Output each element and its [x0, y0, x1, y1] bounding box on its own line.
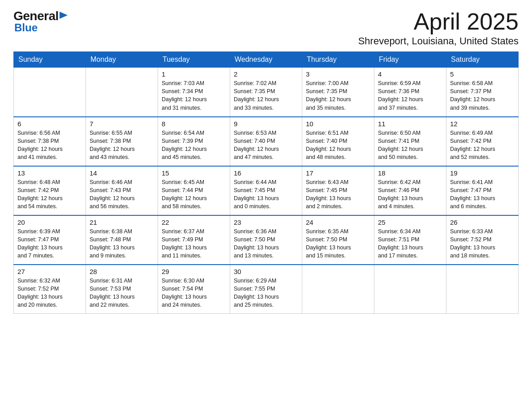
day-number: 29: [162, 268, 226, 275]
day-info: Sunrise: 7:00 AM Sunset: 7:35 PM Dayligh…: [306, 79, 370, 112]
day-number: 27: [17, 268, 82, 275]
day-info: Sunrise: 6:31 AM Sunset: 7:53 PM Dayligh…: [90, 277, 154, 309]
calendar-day-cell: 4Sunrise: 6:59 AM Sunset: 7:36 PM Daylig…: [374, 68, 446, 117]
calendar-day-cell: 24Sunrise: 6:35 AM Sunset: 7:50 PM Dayli…: [302, 215, 374, 265]
calendar-day-cell: 12Sunrise: 6:49 AM Sunset: 7:42 PM Dayli…: [446, 117, 519, 166]
calendar-day-cell: 14Sunrise: 6:46 AM Sunset: 7:43 PM Dayli…: [86, 166, 158, 215]
calendar-day-cell: 5Sunrise: 6:58 AM Sunset: 7:37 PM Daylig…: [446, 68, 519, 117]
day-number: 6: [17, 120, 82, 128]
calendar-day-cell: 29Sunrise: 6:30 AM Sunset: 7:54 PM Dayli…: [158, 265, 230, 314]
calendar-empty-cell: [86, 68, 158, 117]
day-info: Sunrise: 6:45 AM Sunset: 7:44 PM Dayligh…: [162, 178, 226, 211]
location-subtitle: Shreveport, Louisiana, United States: [358, 35, 519, 47]
calendar-day-cell: 30Sunrise: 6:29 AM Sunset: 7:55 PM Dayli…: [230, 265, 302, 314]
calendar-day-cell: 2Sunrise: 7:02 AM Sunset: 7:35 PM Daylig…: [230, 68, 302, 117]
day-number: 12: [450, 120, 515, 128]
calendar-empty-cell: [14, 68, 86, 117]
day-number: 26: [450, 218, 515, 226]
day-number: 4: [378, 70, 442, 78]
day-number: 23: [234, 218, 298, 226]
day-info: Sunrise: 6:42 AM Sunset: 7:46 PM Dayligh…: [378, 178, 442, 211]
calendar-day-cell: 22Sunrise: 6:37 AM Sunset: 7:49 PM Dayli…: [158, 215, 230, 265]
day-number: 25: [378, 218, 442, 226]
calendar-day-header: Thursday: [302, 52, 374, 68]
month-year-title: April 2025: [358, 9, 519, 34]
calendar-empty-cell: [374, 265, 446, 314]
calendar-day-cell: 27Sunrise: 6:32 AM Sunset: 7:52 PM Dayli…: [14, 265, 86, 314]
logo-blue-text: Blue: [14, 21, 38, 34]
day-info: Sunrise: 6:34 AM Sunset: 7:51 PM Dayligh…: [378, 227, 442, 260]
day-info: Sunrise: 6:54 AM Sunset: 7:39 PM Dayligh…: [162, 129, 226, 162]
calendar-day-cell: 26Sunrise: 6:33 AM Sunset: 7:52 PM Dayli…: [446, 215, 519, 265]
day-number: 14: [90, 169, 154, 177]
calendar-day-cell: 6Sunrise: 6:56 AM Sunset: 7:38 PM Daylig…: [14, 117, 86, 166]
calendar-empty-cell: [446, 265, 519, 314]
day-number: 7: [90, 120, 154, 128]
day-info: Sunrise: 7:03 AM Sunset: 7:34 PM Dayligh…: [162, 79, 226, 112]
calendar-week-row: 20Sunrise: 6:39 AM Sunset: 7:47 PM Dayli…: [14, 215, 519, 265]
calendar-day-cell: 19Sunrise: 6:41 AM Sunset: 7:47 PM Dayli…: [446, 166, 519, 215]
day-info: Sunrise: 6:44 AM Sunset: 7:45 PM Dayligh…: [234, 178, 298, 211]
day-number: 17: [306, 169, 370, 177]
day-number: 9: [234, 120, 298, 128]
day-number: 18: [378, 169, 442, 177]
calendar-day-cell: 15Sunrise: 6:45 AM Sunset: 7:44 PM Dayli…: [158, 166, 230, 215]
calendar-empty-cell: [302, 265, 374, 314]
day-number: 22: [162, 218, 226, 226]
day-number: 19: [450, 169, 515, 177]
day-info: Sunrise: 6:56 AM Sunset: 7:38 PM Dayligh…: [17, 129, 82, 162]
day-number: 24: [306, 218, 370, 226]
day-number: 8: [162, 120, 226, 128]
day-info: Sunrise: 6:48 AM Sunset: 7:42 PM Dayligh…: [17, 178, 82, 211]
day-info: Sunrise: 7:02 AM Sunset: 7:35 PM Dayligh…: [234, 79, 298, 112]
calendar-day-cell: 17Sunrise: 6:43 AM Sunset: 7:45 PM Dayli…: [302, 166, 374, 215]
day-info: Sunrise: 6:43 AM Sunset: 7:45 PM Dayligh…: [306, 178, 370, 211]
day-number: 3: [306, 70, 370, 78]
calendar-day-cell: 28Sunrise: 6:31 AM Sunset: 7:53 PM Dayli…: [86, 265, 158, 314]
calendar-day-header: Monday: [86, 52, 158, 68]
day-number: 21: [90, 218, 154, 226]
day-info: Sunrise: 6:46 AM Sunset: 7:43 PM Dayligh…: [90, 178, 154, 211]
day-info: Sunrise: 6:35 AM Sunset: 7:50 PM Dayligh…: [306, 227, 370, 260]
page-header: General Blue April 2025 Shreveport, Loui…: [13, 9, 519, 47]
day-number: 5: [450, 70, 515, 78]
calendar-day-header: Saturday: [446, 52, 519, 68]
calendar-week-row: 6Sunrise: 6:56 AM Sunset: 7:38 PM Daylig…: [14, 117, 519, 166]
svg-marker-0: [60, 12, 68, 19]
day-info: Sunrise: 6:50 AM Sunset: 7:41 PM Dayligh…: [378, 129, 442, 162]
day-info: Sunrise: 6:53 AM Sunset: 7:40 PM Dayligh…: [234, 129, 298, 162]
calendar-day-cell: 8Sunrise: 6:54 AM Sunset: 7:39 PM Daylig…: [158, 117, 230, 166]
day-number: 10: [306, 120, 370, 128]
calendar-day-header: Wednesday: [230, 52, 302, 68]
calendar-day-cell: 13Sunrise: 6:48 AM Sunset: 7:42 PM Dayli…: [14, 166, 86, 215]
calendar-day-cell: 21Sunrise: 6:38 AM Sunset: 7:48 PM Dayli…: [86, 215, 158, 265]
calendar-day-cell: 9Sunrise: 6:53 AM Sunset: 7:40 PM Daylig…: [230, 117, 302, 166]
calendar-day-cell: 1Sunrise: 7:03 AM Sunset: 7:34 PM Daylig…: [158, 68, 230, 117]
calendar-week-row: 13Sunrise: 6:48 AM Sunset: 7:42 PM Dayli…: [14, 166, 519, 215]
day-info: Sunrise: 6:39 AM Sunset: 7:47 PM Dayligh…: [17, 227, 82, 260]
day-info: Sunrise: 6:59 AM Sunset: 7:36 PM Dayligh…: [378, 79, 442, 112]
day-number: 20: [17, 218, 82, 226]
calendar-day-cell: 20Sunrise: 6:39 AM Sunset: 7:47 PM Dayli…: [14, 215, 86, 265]
day-number: 15: [162, 169, 226, 177]
day-number: 13: [17, 169, 82, 177]
day-info: Sunrise: 6:33 AM Sunset: 7:52 PM Dayligh…: [450, 227, 515, 260]
calendar-week-row: 27Sunrise: 6:32 AM Sunset: 7:52 PM Dayli…: [14, 265, 519, 314]
calendar-day-cell: 18Sunrise: 6:42 AM Sunset: 7:46 PM Dayli…: [374, 166, 446, 215]
calendar-day-cell: 11Sunrise: 6:50 AM Sunset: 7:41 PM Dayli…: [374, 117, 446, 166]
day-info: Sunrise: 6:41 AM Sunset: 7:47 PM Dayligh…: [450, 178, 515, 211]
day-number: 16: [234, 169, 298, 177]
day-info: Sunrise: 6:30 AM Sunset: 7:54 PM Dayligh…: [162, 277, 226, 309]
day-info: Sunrise: 6:51 AM Sunset: 7:40 PM Dayligh…: [306, 129, 370, 162]
day-info: Sunrise: 6:32 AM Sunset: 7:52 PM Dayligh…: [17, 277, 82, 309]
calendar-day-header: Tuesday: [158, 52, 230, 68]
day-info: Sunrise: 6:37 AM Sunset: 7:49 PM Dayligh…: [162, 227, 226, 260]
day-number: 2: [234, 70, 298, 78]
logo: General Blue: [13, 9, 68, 34]
calendar-header-row: SundayMondayTuesdayWednesdayThursdayFrid…: [14, 52, 519, 68]
calendar-day-cell: 10Sunrise: 6:51 AM Sunset: 7:40 PM Dayli…: [302, 117, 374, 166]
calendar-table: SundayMondayTuesdayWednesdayThursdayFrid…: [13, 51, 519, 314]
calendar-day-header: Sunday: [14, 52, 86, 68]
calendar-day-cell: 3Sunrise: 7:00 AM Sunset: 7:35 PM Daylig…: [302, 68, 374, 117]
logo-flag-icon: [60, 12, 68, 21]
